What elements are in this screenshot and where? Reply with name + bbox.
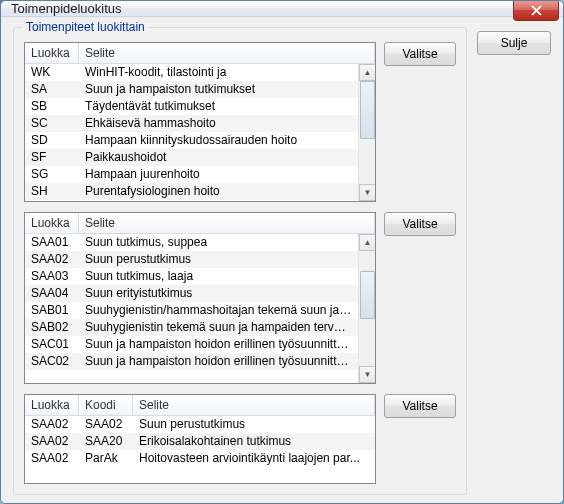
col-header-selite[interactable]: Selite (79, 213, 375, 233)
cell-koodi: SAA20 (79, 433, 133, 450)
scrollbar-2[interactable]: ▲ ▼ (358, 234, 375, 383)
cell-selite: Hampaan juurenhoito (79, 166, 358, 183)
col-header-selite[interactable]: Selite (133, 395, 375, 415)
cell-koodi: SAA02 (79, 416, 133, 433)
cell-selite: Hoitovasteen arviointikäynti laajojen pa… (133, 450, 375, 467)
cell-luokka: SF (25, 149, 79, 166)
cell-luokka: SAC01 (25, 336, 79, 353)
cell-luokka: SC (25, 115, 79, 132)
cell-selite: Suun ja hampaiston hoidon erillinen työs… (79, 336, 358, 353)
cell-luokka: WK (25, 64, 79, 81)
table-row[interactable]: SAA03Suun tutkimus, laaja (25, 268, 358, 285)
table-row[interactable]: SDHampaan kiinnityskudossairauden hoito (25, 132, 358, 149)
cell-luokka: SAA04 (25, 285, 79, 302)
cell-selite: Suun ja hampaiston tutkimukset (79, 81, 358, 98)
groupbox-toimenpiteet: Toimenpiteet luokittain Luokka Selite WK… (13, 27, 467, 495)
close-button[interactable]: Sulje (477, 31, 551, 55)
col-header-selite[interactable]: Selite (79, 43, 375, 63)
cell-luokka: SH (25, 183, 79, 200)
cell-luokka: SAA02 (25, 450, 79, 467)
window-close-button[interactable] (513, 1, 559, 21)
listview-2[interactable]: Luokka Selite SAA01Suun tutkimus, suppea… (24, 212, 376, 384)
scroll-up-icon[interactable]: ▲ (359, 64, 375, 81)
cell-luokka: SAC02 (25, 353, 79, 370)
col-header-luokka[interactable]: Luokka (25, 43, 79, 63)
select-button-2[interactable]: Valitse (384, 212, 456, 236)
groupbox-legend: Toimenpiteet luokittain (22, 20, 149, 34)
table-row[interactable]: WKWinHIT-koodit, tilastointi ja (25, 64, 358, 81)
cell-luokka: SD (25, 132, 79, 149)
listview-1[interactable]: Luokka Selite WKWinHIT-koodit, tilastoin… (24, 42, 376, 202)
table-row[interactable]: SAA04Suun erityistutkimus (25, 285, 358, 302)
cell-selite: Suun perustutkimus (79, 251, 358, 268)
cell-selite: Suun tutkimus, suppea (79, 234, 358, 251)
col-header-luokka[interactable]: Luokka (25, 395, 79, 415)
cell-selite: WinHIT-koodit, tilastointi ja (79, 64, 358, 81)
cell-luokka: SAA01 (25, 234, 79, 251)
table-row[interactable]: SCEhkäisevä hammashoito (25, 115, 358, 132)
table-row[interactable]: SAA02Suun perustutkimus (25, 251, 358, 268)
cell-selite: Suun perustutkimus (133, 416, 375, 433)
table-row[interactable]: SBTäydentävät tutkimukset (25, 98, 358, 115)
row-3: Luokka Koodi Selite SAA02SAA02Suun perus… (24, 394, 456, 484)
table-row[interactable]: SAA02ParAkHoitovasteen arviointikäynti l… (25, 450, 375, 467)
scrollbar-1[interactable]: ▲ ▼ (358, 64, 375, 201)
scroll-up-icon[interactable]: ▲ (359, 234, 375, 251)
cell-selite: Suuhygienistin tekemä suun ja hampaiden … (79, 319, 358, 336)
scroll-down-icon[interactable]: ▼ (359, 184, 375, 201)
close-icon (531, 5, 542, 16)
table-row[interactable]: SAB01Suuhygienistin/hammashoitajan tekem… (25, 302, 358, 319)
cell-selite: Suuhygienistin/hammashoitajan tekemä suu… (79, 302, 358, 319)
col-header-koodi[interactable]: Koodi (79, 395, 133, 415)
cell-luokka: SA (25, 81, 79, 98)
cell-selite: Suun ja hampaiston hoidon erillinen työs… (79, 353, 358, 370)
row-2: Luokka Selite SAA01Suun tutkimus, suppea… (24, 212, 456, 384)
table-row[interactable]: SAA01Suun tutkimus, suppea (25, 234, 358, 251)
table-row[interactable]: SGHampaan juurenhoito (25, 166, 358, 183)
scroll-thumb[interactable] (360, 81, 375, 139)
client-area: Toimenpiteet luokittain Luokka Selite WK… (1, 17, 563, 504)
cell-luokka: SAA02 (25, 433, 79, 450)
listview-1-header: Luokka Selite (25, 43, 375, 64)
table-row[interactable]: SFPaikkaushoidot (25, 149, 358, 166)
cell-koodi: ParAk (79, 450, 133, 467)
table-row[interactable]: SAC02Suun ja hampaiston hoidon erillinen… (25, 353, 358, 370)
right-column: Sulje (477, 27, 551, 495)
listview-3-header: Luokka Koodi Selite (25, 395, 375, 416)
cell-selite: Purentafysiologinen hoito (79, 183, 358, 200)
cell-luokka: SAA02 (25, 251, 79, 268)
cell-luokka: SAB01 (25, 302, 79, 319)
listview-2-header: Luokka Selite (25, 213, 375, 234)
cell-selite: Erikoisalakohtainen tutkimus (133, 433, 375, 450)
row-1: Luokka Selite WKWinHIT-koodit, tilastoin… (24, 42, 456, 202)
cell-selite: Ehkäisevä hammashoito (79, 115, 358, 132)
cell-luokka: SG (25, 166, 79, 183)
cell-selite: Hampaan kiinnityskudossairauden hoito (79, 132, 358, 149)
window-title: Toimenpideluokitus (11, 1, 122, 16)
cell-selite: Täydentävät tutkimukset (79, 98, 358, 115)
table-row[interactable]: SASuun ja hampaiston tutkimukset (25, 81, 358, 98)
cell-luokka: SAA02 (25, 416, 79, 433)
select-button-1[interactable]: Valitse (384, 42, 456, 66)
table-row[interactable]: SAA02SAA02Suun perustutkimus (25, 416, 375, 433)
select-button-3[interactable]: Valitse (384, 394, 456, 418)
cell-luokka: SB (25, 98, 79, 115)
col-header-luokka[interactable]: Luokka (25, 213, 79, 233)
table-row[interactable]: SHPurentafysiologinen hoito (25, 183, 358, 200)
titlebar: Toimenpideluokitus (1, 1, 563, 17)
table-row[interactable]: SAB02Suuhygienistin tekemä suun ja hampa… (25, 319, 358, 336)
cell-selite: Paikkaushoidot (79, 149, 358, 166)
listview-3[interactable]: Luokka Koodi Selite SAA02SAA02Suun perus… (24, 394, 376, 484)
cell-luokka: SAB02 (25, 319, 79, 336)
listview-3-body: SAA02SAA02Suun perustutkimusSAA02SAA20Er… (25, 416, 375, 483)
scroll-thumb[interactable] (360, 271, 375, 319)
listview-2-body: SAA01Suun tutkimus, suppeaSAA02Suun peru… (25, 234, 375, 383)
table-row[interactable]: SAC01Suun ja hampaiston hoidon erillinen… (25, 336, 358, 353)
listview-1-body: WKWinHIT-koodit, tilastointi jaSASuun ja… (25, 64, 375, 201)
scroll-down-icon[interactable]: ▼ (359, 366, 375, 383)
table-row[interactable]: SAA02SAA20Erikoisalakohtainen tutkimus (25, 433, 375, 450)
cell-selite: Suun erityistutkimus (79, 285, 358, 302)
cell-luokka: SAA03 (25, 268, 79, 285)
cell-selite: Suun tutkimus, laaja (79, 268, 358, 285)
main-window: Toimenpideluokitus Toimenpiteet luokitta… (0, 0, 564, 504)
